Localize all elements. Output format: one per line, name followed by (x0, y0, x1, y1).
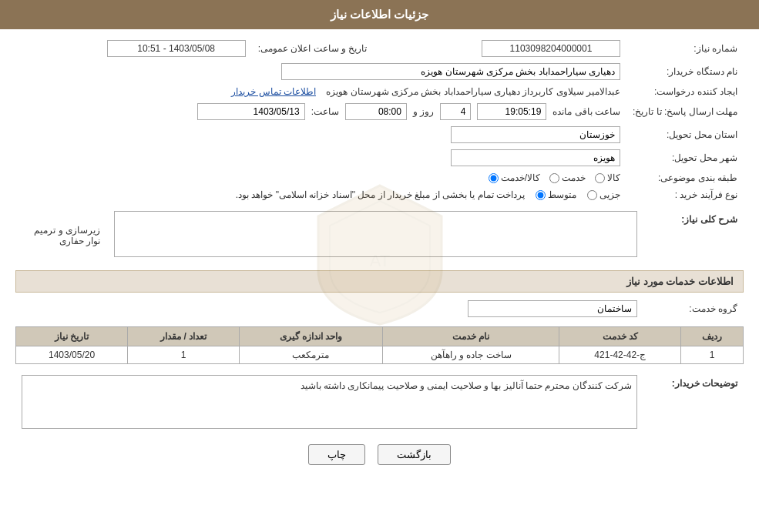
buyer-notes-content: شرکت کنندگان محترم حتما آنالیز بها و صلا… (22, 375, 637, 429)
cell-row_num: 1 (681, 346, 744, 364)
need-number-label: شماره نیاز: (626, 37, 744, 60)
purchase-motawaset-label: متوسط (548, 189, 576, 200)
announce-label: تاریخ و ساعت اعلان عمومی: (252, 37, 391, 60)
service-group-label: گروه خدمت: (643, 297, 744, 320)
page-title: جزئیات اطلاعات نیاز (331, 8, 428, 21)
category-kala-khedmat-radio[interactable] (489, 173, 499, 183)
services-section-title: اطلاعات خدمات مورد نیاز (15, 270, 744, 293)
category-khedmat-label: خدمت (562, 172, 586, 183)
province-label: استان محل تحویل: (626, 123, 744, 146)
city-input[interactable] (451, 149, 620, 166)
col-service-name: نام خدمت (382, 327, 559, 346)
category-kala-khedmat-label: کالا/خدمت (501, 172, 540, 183)
main-info-table: شماره نیاز: 1103098204000001 تاریخ و ساع… (15, 37, 744, 203)
creator-value: عبدالامیر سیلاوی کاربرداز دهیاری سیاراحم… (326, 86, 620, 97)
action-buttons: بازگشت چاپ (15, 444, 744, 465)
category-khedmat-option[interactable]: خدمت (549, 172, 586, 183)
creator-label: ایجاد کننده درخواست: (626, 83, 744, 100)
col-quantity: تعداد / مقدار (128, 327, 240, 346)
purchase-jozii-label: جزیی (599, 189, 620, 200)
deadline-days-input[interactable] (440, 103, 471, 120)
deadline-time-label: ساعت: (311, 106, 339, 117)
need-description-label: شرح کلی نیاز: (643, 208, 744, 263)
col-row-num: ردیف (681, 327, 744, 346)
deadline-remain-input[interactable] (477, 103, 546, 120)
buyer-org-input[interactable] (281, 63, 620, 80)
need-number-value: 1103098204000001 (482, 40, 620, 57)
cell-need_date: 1403/05/20 (16, 346, 128, 364)
buyer-notes-label: توضیحات خریدار: (643, 372, 744, 432)
announce-value: 1403/05/08 - 10:51 (107, 40, 246, 57)
cell-unit: مترمکعب (240, 346, 383, 364)
buyer-org-label: نام دستگاه خریدار: (626, 60, 744, 83)
need-description-value: زیرسازی و ترمیم نوار حفاری (34, 225, 100, 246)
buyer-notes-table: توضیحات خریدار: شرکت کنندگان محترم حتما … (15, 372, 744, 432)
category-kala-option[interactable]: کالا (595, 172, 620, 183)
print-button[interactable]: چاپ (308, 444, 365, 465)
purchase-motawaset-option[interactable]: متوسط (536, 189, 576, 200)
service-group-input[interactable] (468, 300, 637, 317)
contact-link[interactable]: اطلاعات تماس خریدار (231, 86, 316, 97)
col-need-date: تاریخ نیاز (16, 327, 128, 346)
deadline-day-label: روز و (413, 106, 434, 117)
deadline-date-input[interactable] (197, 103, 305, 120)
table-row: 1ج-42-42-421ساخت جاده و راهآهنمترمکعب114… (16, 346, 744, 364)
page-header: جزئیات اطلاعات نیاز (0, 0, 759, 29)
purchase-motawaset-radio[interactable] (536, 190, 546, 200)
service-group-table: گروه خدمت: (15, 297, 744, 320)
deadline-time-input[interactable] (345, 103, 407, 120)
category-kala-khedmat-option[interactable]: کالا/خدمت (489, 172, 540, 183)
category-label: طبقه بندی موضوعی: (626, 169, 744, 186)
purchase-jozii-option[interactable]: جزیی (587, 189, 620, 200)
cell-service_name: ساخت جاده و راهآهن (382, 346, 559, 364)
back-button[interactable]: بازگشت (378, 444, 451, 465)
col-unit: واحد اندازه گیری (240, 327, 383, 346)
deadline-label: مهلت ارسال پاسخ: تا تاریخ: (626, 100, 744, 123)
purchase-type-label: نوع فرآیند خرید : (626, 186, 744, 203)
category-khedmat-radio[interactable] (549, 173, 559, 183)
deadline-remain-label: ساعت باقی مانده (552, 106, 620, 117)
purchase-note: پرداخت تمام یا بخشی از مبلغ خریدار از مح… (236, 189, 525, 200)
category-kala-label: کالا (607, 172, 620, 183)
services-data-table: ردیف کد خدمت نام خدمت واحد اندازه گیری ت… (15, 326, 744, 364)
cell-quantity: 1 (128, 346, 240, 364)
cell-service_code: ج-42-42-421 (559, 346, 681, 364)
category-kala-radio[interactable] (595, 173, 605, 183)
purchase-jozii-radio[interactable] (587, 190, 597, 200)
need-description-textarea[interactable] (114, 211, 637, 257)
description-table: شرح کلی نیاز: زیرسازی و ترمیم نوار حفاری (15, 208, 744, 263)
city-label: شهر محل تحویل: (626, 146, 744, 169)
province-input[interactable] (451, 126, 620, 143)
col-service-code: کد خدمت (559, 327, 681, 346)
